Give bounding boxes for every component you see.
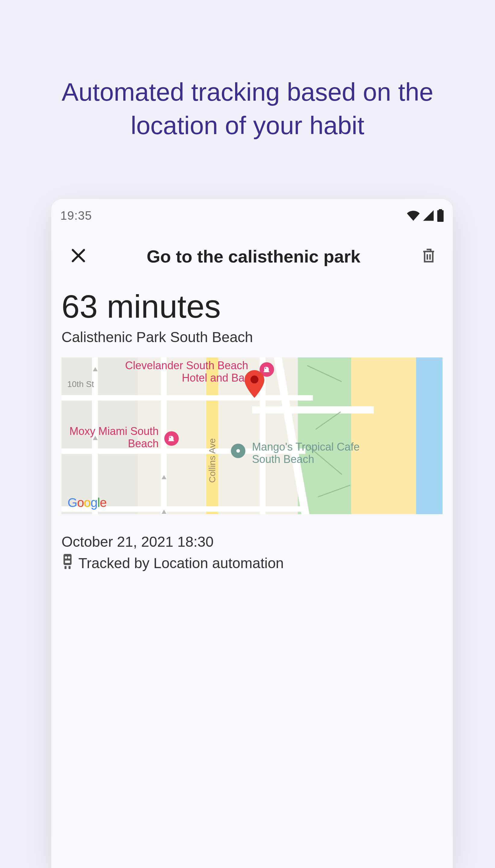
svg-rect-9 [65, 560, 70, 563]
map-attribution: Google [68, 496, 106, 510]
map-street-10th: 10th St [67, 379, 94, 389]
svg-point-5 [251, 376, 258, 383]
svg-point-7 [65, 556, 67, 559]
promo-heading: Automated tracking based on the location… [0, 0, 495, 142]
close-icon [70, 247, 87, 265]
phone-frame: 19:35 Go to the calisthenic park [51, 199, 453, 868]
map-snapshot[interactable]: 10th St Collins Ave Clevelander South Be… [62, 358, 443, 514]
svg-rect-11 [68, 566, 70, 569]
status-icons [407, 209, 444, 222]
battery-icon [437, 209, 444, 222]
map-poi-moxy-label: Moxy Miami South Beach [63, 425, 158, 450]
trash-icon [421, 247, 437, 265]
map-location-marker[interactable] [244, 370, 264, 397]
entry-meta: October 21, 2021 18:30 Tracked by Locati… [62, 534, 443, 573]
status-bar: 19:35 [51, 199, 453, 226]
page-title: Go to the calisthenic park [147, 246, 360, 266]
svg-rect-10 [65, 566, 67, 569]
tracked-by-text: Tracked by Location automation [79, 555, 284, 571]
signal-icon [422, 209, 435, 222]
close-button[interactable] [66, 244, 90, 268]
location-name: Calisthenic Park South Beach [62, 329, 443, 345]
svg-point-8 [68, 556, 70, 559]
map-street-collins: Collins Ave [207, 438, 217, 483]
toolbar: Go to the calisthenic park [51, 226, 453, 280]
svg-rect-6 [64, 554, 72, 565]
map-poi-mangos-label: Mango's Tropical Cafe South Beach [252, 441, 366, 466]
content: 63 minutes Calisthenic Park South Beach [51, 280, 453, 573]
wifi-icon [407, 209, 420, 222]
delete-button[interactable] [416, 244, 441, 268]
duration-value: 63 minutes [62, 289, 443, 324]
map-poi-clevelander-label: Clevelander South Beach Hotel and Bar [111, 359, 248, 384]
entry-timestamp: October 21, 2021 18:30 [62, 534, 443, 550]
svg-point-4 [236, 449, 240, 453]
tracked-by-row: Tracked by Location automation [62, 554, 443, 573]
automation-icon [62, 554, 73, 573]
map-poi-moxy-pin[interactable] [164, 431, 179, 446]
status-time: 19:35 [60, 209, 92, 222]
